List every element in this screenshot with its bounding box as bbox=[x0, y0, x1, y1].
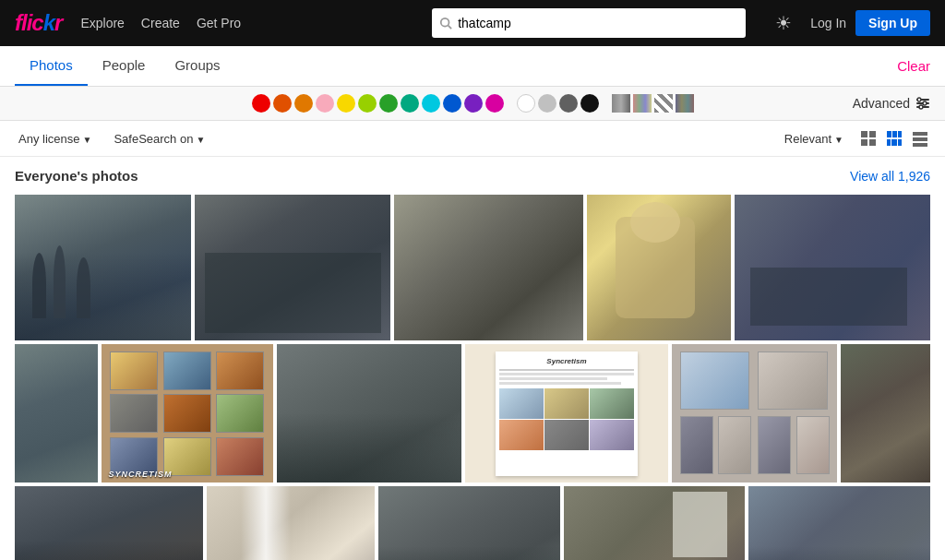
main-nav: Explore Create Get Pro bbox=[80, 16, 241, 30]
auth-controls: Log In Sign Up bbox=[810, 10, 930, 36]
photo-row-3 bbox=[15, 486, 930, 560]
color-violet[interactable] bbox=[464, 94, 483, 113]
svg-point-0 bbox=[441, 18, 449, 27]
sort-filter[interactable]: Relevant▼ bbox=[781, 130, 847, 148]
search-input[interactable] bbox=[458, 16, 738, 30]
photo-row-1 bbox=[15, 195, 930, 340]
photo-item[interactable] bbox=[587, 195, 731, 340]
list-view-icon[interactable] bbox=[910, 128, 930, 149]
photo-row-2: SYNCRETISM Syncretism bbox=[15, 344, 930, 483]
options-right: Relevant▼ bbox=[781, 128, 930, 149]
photo-item[interactable] bbox=[564, 486, 746, 560]
svg-rect-16 bbox=[891, 139, 897, 146]
color-magenta[interactable] bbox=[485, 94, 504, 113]
photo-item[interactable] bbox=[378, 486, 560, 560]
header: flickr Explore Create Get Pro ☀ Log In S… bbox=[0, 0, 945, 46]
svg-rect-17 bbox=[898, 139, 902, 146]
svg-rect-9 bbox=[869, 131, 876, 137]
tab-people[interactable]: People bbox=[88, 46, 161, 86]
tab-photos[interactable]: Photos bbox=[15, 46, 88, 86]
photo-item[interactable] bbox=[277, 344, 461, 483]
color-green[interactable] bbox=[379, 94, 398, 113]
svg-rect-15 bbox=[887, 139, 891, 146]
color-dark-orange[interactable] bbox=[273, 94, 292, 113]
color-teal[interactable] bbox=[401, 94, 419, 113]
photo-item[interactable] bbox=[207, 486, 375, 560]
color-blue[interactable] bbox=[443, 94, 461, 113]
content: Everyone's photos View all 1,926 bbox=[0, 157, 945, 560]
color-light-gray[interactable] bbox=[538, 94, 556, 113]
color-swatches bbox=[252, 94, 694, 113]
svg-rect-18 bbox=[913, 132, 927, 136]
svg-rect-14 bbox=[898, 131, 902, 137]
photo-item[interactable] bbox=[15, 344, 98, 483]
photo-item[interactable]: Syncretism bbox=[465, 344, 669, 483]
nav-explore[interactable]: Explore bbox=[80, 16, 124, 30]
color-pattern[interactable] bbox=[654, 94, 673, 113]
photo-item[interactable] bbox=[195, 195, 390, 340]
photo-item[interactable] bbox=[748, 486, 930, 560]
safesearch-filter[interactable]: SafeSearch on▼ bbox=[110, 130, 209, 148]
login-button[interactable]: Log In bbox=[810, 16, 846, 30]
safesearch-dropdown-arrow: ▼ bbox=[196, 135, 205, 145]
color-gradient-1[interactable] bbox=[612, 94, 630, 113]
color-pink[interactable] bbox=[316, 94, 334, 113]
color-gradient-3[interactable] bbox=[676, 94, 694, 113]
photo-grid: SYNCRETISM Syncretism bbox=[15, 195, 930, 560]
photo-item[interactable] bbox=[841, 344, 930, 483]
color-orange[interactable] bbox=[294, 94, 313, 113]
tab-groups[interactable]: Groups bbox=[160, 46, 234, 86]
svg-rect-19 bbox=[913, 137, 927, 141]
signup-button[interactable]: Sign Up bbox=[855, 10, 930, 36]
sub-nav-links: Photos People Groups bbox=[15, 46, 235, 86]
color-yellow[interactable] bbox=[337, 94, 355, 113]
photo-item[interactable] bbox=[15, 486, 203, 560]
svg-rect-8 bbox=[861, 131, 867, 137]
color-red[interactable] bbox=[252, 94, 270, 113]
license-filter[interactable]: Any license▼ bbox=[15, 130, 95, 148]
sort-dropdown-arrow: ▼ bbox=[834, 135, 843, 145]
advanced-button[interactable]: Advanced bbox=[853, 96, 930, 111]
grid-view-icon[interactable] bbox=[858, 128, 879, 149]
svg-point-5 bbox=[917, 98, 921, 101]
svg-rect-11 bbox=[869, 139, 876, 146]
section-title: Everyone's photos bbox=[15, 168, 138, 184]
svg-line-1 bbox=[449, 26, 452, 30]
svg-point-7 bbox=[919, 105, 923, 109]
color-lime[interactable] bbox=[358, 94, 377, 113]
photo-item[interactable] bbox=[394, 195, 583, 340]
sliders-icon bbox=[915, 96, 930, 111]
photo-label: SYNCRETISM bbox=[109, 470, 173, 479]
nav-getpro[interactable]: Get Pro bbox=[197, 16, 241, 30]
view-all-link[interactable]: View all 1,926 bbox=[850, 169, 930, 184]
view-icons bbox=[858, 128, 930, 149]
license-dropdown-arrow: ▼ bbox=[82, 135, 91, 145]
photo-item[interactable] bbox=[672, 344, 837, 483]
options-bar: Any license▼ SafeSearch on▼ Relevant▼ bbox=[0, 121, 945, 157]
color-cyan[interactable] bbox=[422, 94, 440, 113]
svg-point-6 bbox=[923, 101, 927, 105]
color-gradient-2[interactable] bbox=[633, 94, 652, 113]
svg-rect-12 bbox=[887, 131, 891, 137]
photo-item[interactable] bbox=[735, 195, 930, 340]
svg-rect-13 bbox=[892, 131, 897, 137]
upload-icon[interactable]: ☀ bbox=[775, 12, 792, 34]
nav-create[interactable]: Create bbox=[141, 16, 180, 30]
justified-view-icon[interactable] bbox=[884, 128, 904, 149]
filter-bar: Advanced bbox=[0, 87, 945, 121]
search-bar bbox=[432, 8, 746, 38]
search-icon bbox=[439, 17, 452, 30]
color-dark-gray[interactable] bbox=[559, 94, 578, 113]
svg-rect-20 bbox=[913, 143, 927, 147]
photo-item[interactable] bbox=[15, 195, 191, 340]
flickr-logo: flickr bbox=[15, 10, 62, 36]
color-white[interactable] bbox=[517, 94, 535, 113]
clear-button[interactable]: Clear bbox=[897, 58, 930, 74]
sub-nav: Photos People Groups Clear bbox=[0, 46, 945, 87]
everyone-header: Everyone's photos View all 1,926 bbox=[15, 168, 930, 184]
color-black[interactable] bbox=[580, 94, 599, 113]
photo-item[interactable]: SYNCRETISM bbox=[102, 344, 273, 483]
svg-rect-10 bbox=[861, 139, 867, 146]
advanced-label: Advanced bbox=[853, 96, 910, 111]
